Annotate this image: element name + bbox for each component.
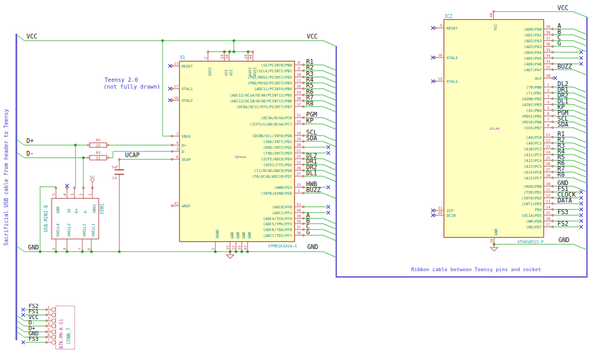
pin-name: (AD2)PA2 — [524, 39, 542, 43]
u1-part: ATMEGA32U4-A — [268, 244, 297, 248]
pin-name: RESET — [182, 64, 193, 69]
no-connect-x-icon — [580, 190, 583, 194]
junction-dot — [90, 251, 93, 253]
net-label: FS3 — [557, 208, 568, 216]
pin-number: 34 — [546, 54, 550, 58]
pin-name: (A10)PC2 — [524, 147, 542, 151]
wire-segment — [17, 332, 24, 337]
pin-number: 4 — [547, 100, 549, 104]
wire-segment — [17, 321, 24, 326]
pin-number: 1 — [298, 189, 300, 193]
pin-name: UCAP — [182, 158, 191, 162]
pin-number: 40 — [297, 208, 301, 213]
connector-pin-circle — [52, 319, 56, 323]
pin-number: 33 — [546, 60, 550, 64]
pin-number: 14 — [546, 205, 550, 209]
pin-number: 28 — [546, 174, 550, 178]
pin-number: 19 — [438, 77, 442, 81]
pin-number: 35 — [546, 48, 550, 52]
resistor-ref: R2 — [96, 138, 100, 142]
net-label-vcc: VCC — [557, 4, 568, 12]
pin-name: SHELL3 — [67, 224, 71, 237]
no-connect-x-icon — [580, 214, 583, 217]
pin-name: (AIN1)PB3 — [522, 103, 542, 107]
wire-segment — [323, 218, 336, 224]
wire-segment — [573, 122, 587, 128]
wire-segment — [323, 89, 336, 94]
wire-segment — [573, 178, 587, 184]
wire-segment — [323, 170, 336, 176]
connector-pin-circle — [52, 330, 56, 334]
pin-name: (AD6)PA6 — [524, 62, 542, 66]
pin-name: (AD5)PA5 — [524, 56, 542, 61]
pin-number: 12 — [546, 194, 550, 198]
no-connect-x-icon — [22, 308, 25, 311]
net-label-ucap: UCAP — [125, 151, 140, 159]
net-label: R8 — [557, 171, 565, 178]
no-connect-x-icon — [327, 151, 330, 155]
pin-name: PD4 — [535, 208, 542, 212]
no-connect-x-icon — [22, 313, 25, 317]
pin-number: 5 — [547, 106, 549, 110]
no-connect-x-icon — [327, 146, 330, 149]
wire-segment — [323, 124, 336, 129]
net-label-gnd: GND — [558, 236, 570, 244]
net-label: BUZZ — [306, 186, 321, 194]
junction-dot — [74, 144, 77, 147]
pin-number: 30 — [546, 74, 550, 78]
pin-name: (AD7)PA7 — [524, 68, 542, 72]
pin-name: GND — [230, 232, 234, 238]
connector-pin-circle — [52, 335, 56, 339]
pin-number: 43 — [243, 246, 248, 250]
wire-segment — [573, 41, 587, 46]
no-connect-x-icon — [580, 51, 583, 54]
pin-number: 32 — [297, 120, 301, 124]
pin-number: 31 — [438, 206, 442, 210]
junction-dot — [214, 251, 217, 253]
junction-dot — [55, 251, 58, 253]
pin-name: (TXD)PD1 — [524, 190, 542, 195]
pin-number: 12 — [297, 102, 301, 107]
pin-number: 15 — [226, 246, 230, 250]
net-label: BUZZ — [557, 63, 572, 70]
pin-name: (RXD)PD0 — [524, 185, 542, 189]
pin-name: (OC1A)PD5 — [522, 214, 542, 218]
pin-name: XTAL1 — [447, 80, 458, 84]
pin-number: 28 — [297, 84, 301, 89]
pin-number: 1 — [88, 194, 92, 196]
pin-number: 23 — [546, 145, 550, 149]
no-connect-x-icon — [580, 196, 583, 199]
wire-segment — [573, 116, 587, 122]
pin-number: 8 — [547, 123, 549, 128]
pin-number: 37 — [546, 36, 550, 41]
junction-dot — [118, 251, 121, 253]
ground-symbol-icon — [490, 247, 498, 251]
pin-number: 23 — [232, 246, 236, 250]
usb-cable-note: Sacrificial USB cable from header to Tee… — [3, 109, 9, 246]
pin-number: 29 — [438, 211, 442, 215]
schematic-canvas: VCCVCCGNDGNDD+D-UCAP1uFC4R222R3225GND4ID… — [0, 0, 597, 364]
pin-number: 5 — [52, 194, 56, 196]
pin-number: 38 — [546, 31, 550, 35]
wire-segment — [323, 159, 336, 164]
schematic-drawing: VCCVCCGNDGNDD+D-UCAP1uFC4R222R3225GND4ID… — [0, 0, 597, 364]
pin-number: 20 — [490, 239, 494, 243]
pin-name: (MOSI)PB5 — [522, 114, 542, 119]
pin-name: (A15)PC7 — [524, 176, 542, 180]
no-connect-x-icon — [580, 56, 583, 60]
net-label-dplus: D+ — [26, 137, 34, 145]
pin-name: D- — [83, 209, 88, 213]
wire-segment — [17, 35, 24, 41]
pin-name: VCC — [229, 69, 233, 76]
no-connect-x-icon — [580, 219, 583, 223]
wire-segment — [573, 172, 587, 178]
no-connect-x-icon — [580, 225, 583, 228]
pin-name: (MISO)PB6 — [522, 120, 542, 124]
wire-segment — [17, 315, 24, 321]
pin-number: 2 — [79, 194, 83, 196]
wire-segment — [573, 143, 587, 149]
ground-symbol-icon — [226, 255, 234, 258]
pin-name: SHELL1 — [91, 224, 96, 237]
vcc-power-icon — [91, 178, 94, 181]
pin-name: (PDO/MISO/PCINT3)PB3 — [248, 81, 292, 85]
